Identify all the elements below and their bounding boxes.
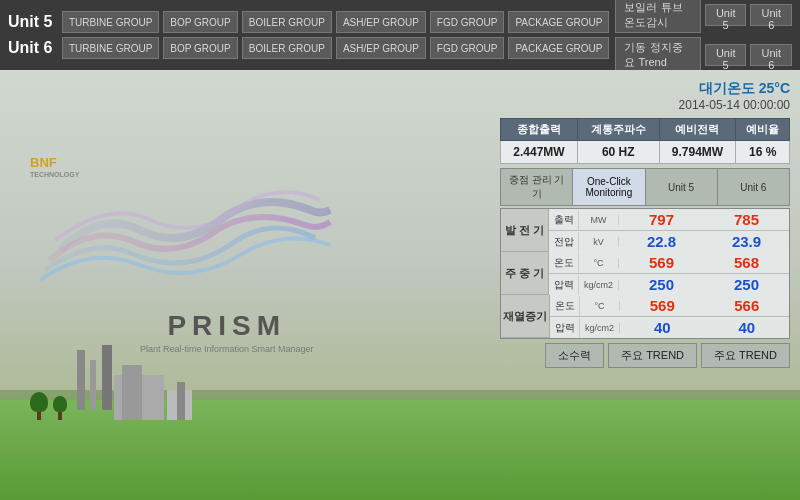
unit5-package-group-button[interactable]: PACKAGE GROUP <box>508 11 609 33</box>
trend2-button[interactable]: 주요 TREND <box>701 343 790 368</box>
svg-rect-4 <box>122 365 142 420</box>
stats-value-1: 60 HZ <box>577 141 659 164</box>
unit5-fgd-group-button[interactable]: FGD GROUP <box>430 11 505 33</box>
reheat-row-0: 온도 °C 569 566 <box>550 295 789 317</box>
boiler-unit6-button[interactable]: Unit 6 <box>750 4 792 26</box>
stats-value-2: 9.794MW <box>659 141 736 164</box>
boiler-unit5-button[interactable]: Unit 5 <box>705 4 747 26</box>
steam-row-0: 온도 °C 569 568 <box>549 252 789 274</box>
reheat-row-1: 압력 kg/cm2 40 40 <box>550 317 789 338</box>
unit5-turbine-group-button[interactable]: TURBINE GROUP <box>62 11 159 33</box>
steam-v2-1: 250 <box>704 274 789 295</box>
steam-v1-1: 250 <box>619 274 704 295</box>
tree-top-2 <box>53 396 67 412</box>
stats-header-1: 계통주파수 <box>577 119 659 141</box>
svg-rect-6 <box>177 382 185 420</box>
unit6-fgd-group-button[interactable]: FGD GROUP <box>430 37 505 59</box>
tree-top-1 <box>30 392 48 412</box>
steam-unit-1: kg/cm2 <box>579 280 619 290</box>
stats-value-3: 16 % <box>736 141 790 164</box>
trend-unit6-button[interactable]: Unit 6 <box>750 44 792 66</box>
unit5-bop-group-button[interactable]: BOP GROUP <box>163 11 237 33</box>
datetime-display: 2014-05-14 00:00:00 <box>500 98 790 112</box>
stats-header-3: 예비율 <box>736 119 790 141</box>
unit6-row: Unit 6 TURBINE GROUP BOP GROUP BOILER GR… <box>8 37 609 59</box>
generator-row-0: 출력 MW 797 785 <box>549 209 789 231</box>
steam-param-0: 온도 <box>549 253 579 273</box>
reheat-unit-0: °C <box>580 301 620 311</box>
trend1-button[interactable]: 주요 TREND <box>608 343 697 368</box>
stats-table: 종합출력 계통주파수 예비전력 예비율 2.447MW 60 HZ 9.794M… <box>500 118 790 164</box>
reheat-label: 재열증기 <box>501 295 550 338</box>
gen-unit-1: kV <box>579 237 619 247</box>
generator-rows: 출력 MW 797 785 전압 kV 22.8 23.9 <box>549 209 789 252</box>
unit6-label: Unit 6 <box>8 39 58 57</box>
tab-unit6[interactable]: Unit 6 <box>718 169 789 205</box>
tab-unit5[interactable]: Unit 5 <box>646 169 718 205</box>
reheat-v1-1: 40 <box>620 317 705 338</box>
unit5-row: Unit 5 TURBINE GROUP BOP GROUP BOILER GR… <box>8 11 609 33</box>
steam-unit-0: °C <box>579 258 619 268</box>
gen-param-1: 전압 <box>549 232 579 252</box>
stats-header-2: 예비전력 <box>659 119 736 141</box>
steam-row-1: 압력 kg/cm2 250 250 <box>549 274 789 295</box>
steam-v2-0: 568 <box>704 252 789 273</box>
unit6-ashep-group-button[interactable]: ASH/EP GROUP <box>336 37 426 59</box>
unit5-label: Unit 5 <box>8 13 58 31</box>
unit5-boiler-group-button[interactable]: BOILER GROUP <box>242 11 332 33</box>
steam-rows: 온도 °C 569 568 압력 kg/cm2 250 250 <box>549 252 789 295</box>
gen-unit-0: MW <box>579 215 619 225</box>
prism-title: PRISM <box>140 310 314 342</box>
generator-row-1: 전압 kV 22.8 23.9 <box>549 231 789 252</box>
reheat-unit-1: kg/cm2 <box>580 323 620 333</box>
gen-v1-1: 22.8 <box>619 231 704 252</box>
trend-unit5-button[interactable]: Unit 5 <box>705 44 747 66</box>
generator-section: 발 전 기 출력 MW 797 785 전압 kV 22.8 23.9 <box>501 209 789 252</box>
reheat-param-1: 압력 <box>550 318 580 338</box>
reheat-v2-1: 40 <box>705 317 790 338</box>
unit5-ashep-group-button[interactable]: ASH/EP GROUP <box>336 11 426 33</box>
unit6-turbine-group-button[interactable]: TURBINE GROUP <box>62 37 159 59</box>
stats-value-0: 2.447MW <box>501 141 578 164</box>
steam-param-1: 압력 <box>549 275 579 295</box>
tab-management[interactable]: 중점 관리 기기 <box>501 169 573 205</box>
svg-rect-1 <box>90 360 96 410</box>
reheat-section: 재열증기 온도 °C 569 566 압력 kg/cm2 40 40 <box>501 295 789 338</box>
unit6-package-group-button[interactable]: PACKAGE GROUP <box>508 37 609 59</box>
reheat-param-0: 온도 <box>550 296 580 316</box>
weather-info: 대기온도 25°C 2014-05-14 00:00:00 <box>500 80 790 112</box>
unit-navigation-rows: Unit 5 TURBINE GROUP BOP GROUP BOILER GR… <box>8 11 609 59</box>
steam-section: 주 중 기 온도 °C 569 568 압력 kg/cm2 250 250 <box>501 252 789 295</box>
start-trend-row: 기동 정지중요 Trend Unit 5 Unit 6 <box>615 37 792 73</box>
tree-trunk-1 <box>37 412 41 420</box>
bnf-logo: BNF TECHNOLOGY <box>30 155 79 178</box>
stats-header-0: 종합출력 <box>501 119 578 141</box>
top-navigation-bar: Unit 5 TURBINE GROUP BOP GROUP BOILER GR… <box>0 0 800 70</box>
boiler-monitor-row: 보일러 튜브온도감시 Unit 5 Unit 6 <box>615 0 792 33</box>
steam-label: 주 중 기 <box>501 252 549 295</box>
sosuyeok-button[interactable]: 소수력 <box>545 343 604 368</box>
svg-rect-0 <box>77 350 85 410</box>
bnf-name: BNF <box>30 155 79 170</box>
top-right-controls: 보일러 튜브온도감시 Unit 5 Unit 6 기동 정지중요 Trend U… <box>615 0 792 73</box>
gen-v2-0: 785 <box>704 209 789 230</box>
unit6-boiler-group-button[interactable]: BOILER GROUP <box>242 37 332 59</box>
tree-1 <box>30 392 48 420</box>
gen-v1-0: 797 <box>619 209 704 230</box>
temperature-display: 대기온도 25°C <box>500 80 790 98</box>
svg-rect-2 <box>102 345 112 410</box>
reheat-v2-0: 566 <box>705 295 790 316</box>
tree-2 <box>53 396 67 420</box>
gen-param-0: 출력 <box>549 210 579 230</box>
start-trend-label: 기동 정지중요 Trend <box>615 37 700 73</box>
plant-silhouette <box>30 340 202 420</box>
bnf-subtitle: TECHNOLOGY <box>30 171 79 178</box>
reheat-rows: 온도 °C 569 566 압력 kg/cm2 40 40 <box>550 295 789 338</box>
generator-label: 발 전 기 <box>501 209 549 252</box>
right-panel: 대기온도 25°C 2014-05-14 00:00:00 종합출력 계통주파수… <box>500 80 790 368</box>
tab-one-click[interactable]: One-Click Monitoring <box>573 169 645 205</box>
steam-v1-0: 569 <box>619 252 704 273</box>
factory-svg <box>72 340 202 420</box>
monitoring-tab-row: 중점 관리 기기 One-Click Monitoring Unit 5 Uni… <box>500 168 790 206</box>
unit6-bop-group-button[interactable]: BOP GROUP <box>163 37 237 59</box>
